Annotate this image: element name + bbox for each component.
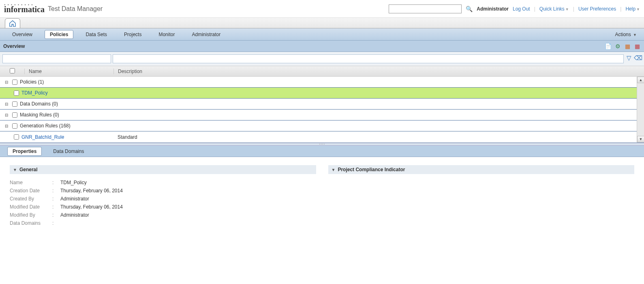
- item-checkbox[interactable]: [14, 90, 19, 96]
- col-name[interactable]: Name: [24, 69, 113, 74]
- tab-overview[interactable]: Overview: [7, 30, 37, 39]
- rule-link[interactable]: GNR_BatchId_Rule: [21, 134, 64, 140]
- collapse-icon[interactable]: ⊟: [5, 124, 10, 128]
- filter-apply-icon[interactable]: ▽: [625, 54, 633, 62]
- prop-modified-date: Modified Date: Thursday, February 06, 20…: [10, 204, 316, 210]
- group-checkbox[interactable]: [12, 101, 17, 107]
- tab-properties[interactable]: Properties: [7, 147, 42, 156]
- prop-name: Name: TDM_Policy: [10, 180, 316, 185]
- splitter[interactable]: • • • •: [0, 143, 644, 146]
- item-checkbox[interactable]: [14, 134, 19, 140]
- scroll-down-icon[interactable]: ▼: [637, 136, 644, 142]
- prop-data-domains: Data Domains:: [10, 220, 316, 226]
- policy-link[interactable]: TDM_Policy: [21, 90, 48, 96]
- logo: ● ● ● ● ● ● ● ● ● informatica: [4, 3, 48, 14]
- group-checkbox[interactable]: [12, 123, 17, 129]
- item-tdm-policy[interactable]: TDM_Policy: [0, 88, 637, 99]
- new-icon[interactable]: 📄: [604, 43, 612, 50]
- table-header: Name Description: [0, 66, 644, 77]
- workspace-tabs: [0, 18, 644, 28]
- group-masking-rules[interactable]: ⊟ Masking Rules (0): [0, 110, 637, 120]
- prop-creation-date: Creation Date: Thursday, February 06, 20…: [10, 188, 316, 194]
- select-all-checkbox[interactable]: [10, 68, 15, 73]
- col-description[interactable]: Description: [113, 69, 637, 74]
- collapse-icon[interactable]: ⊟: [5, 102, 10, 106]
- app-name: Test Data Manager: [48, 5, 103, 13]
- vertical-scrollbar[interactable]: ▲ ▼: [637, 77, 644, 142]
- generate-icon[interactable]: ▦: [633, 43, 641, 50]
- prop-modified-by: Modified By: Administrator: [10, 212, 316, 218]
- filter-desc-input[interactable]: [113, 54, 624, 63]
- group-checkbox[interactable]: [12, 112, 17, 118]
- prop-created-by: Created By: Administrator: [10, 196, 316, 202]
- chevron-down-icon: ▼: [332, 168, 336, 172]
- tab-data-sets[interactable]: Data Sets: [81, 30, 112, 39]
- collapse-icon[interactable]: ⊟: [5, 80, 10, 84]
- tab-policies[interactable]: Policies: [45, 30, 73, 39]
- mask-icon[interactable]: ▦: [624, 43, 631, 50]
- detail-body: ▼ General Name: TDM_Policy Creation Date…: [0, 157, 644, 250]
- group-checkbox[interactable]: [12, 80, 17, 85]
- panel-title: Overview: [3, 43, 25, 49]
- section-general[interactable]: ▼ General: [10, 165, 316, 174]
- chevron-down-icon: ▼: [13, 168, 17, 172]
- domains-icon[interactable]: ⚙: [614, 43, 621, 50]
- section-compliance[interactable]: ▼ Project Compliance Indicator: [328, 165, 635, 174]
- nav-tabs: Overview Policies Data Sets Projects Mon…: [0, 28, 644, 41]
- tab-projects[interactable]: Projects: [119, 30, 146, 39]
- tab-monitor[interactable]: Monitor: [154, 30, 180, 39]
- user-preferences[interactable]: User Preferences: [578, 6, 616, 12]
- home-tab[interactable]: [5, 18, 20, 28]
- scroll-up-icon[interactable]: ▲: [637, 77, 644, 83]
- actions-menu[interactable]: Actions ▼: [615, 32, 637, 37]
- collapse-icon[interactable]: ⊟: [5, 113, 10, 117]
- tab-administrator[interactable]: Administrator: [187, 30, 225, 39]
- quick-links[interactable]: Quick Links▼: [539, 6, 569, 12]
- tab-data-domains[interactable]: Data Domains: [48, 147, 89, 155]
- search-icon[interactable]: 🔍: [466, 6, 473, 12]
- item-gnr-rule[interactable]: GNR_BatchId_Rule Standard: [0, 131, 637, 142]
- logout-link[interactable]: Log Out: [513, 6, 530, 12]
- rule-desc: Standard: [118, 134, 137, 140]
- group-data-domains[interactable]: ⊟ Data Domains (0): [0, 99, 637, 110]
- home-icon: [9, 20, 16, 27]
- detail-tabs: Properties Data Domains: [0, 146, 644, 157]
- top-header: ● ● ● ● ● ● ● ● ● informatica Test Data …: [0, 0, 644, 18]
- group-generation-rules[interactable]: ⊟ Generation Rules (168): [0, 120, 637, 131]
- group-policies[interactable]: ⊟ Policies (1): [0, 77, 637, 88]
- filter-name-input[interactable]: [2, 54, 111, 63]
- help-link[interactable]: Help▼: [625, 6, 640, 12]
- overview-header: Overview 📄 ⚙ ▦ ▦: [0, 41, 644, 52]
- tree-area: ⊟ Policies (1) TDM_Policy ⊟ Data Domains…: [0, 77, 644, 143]
- search-input[interactable]: [389, 4, 462, 13]
- admin-label: Administrator: [477, 6, 509, 12]
- filter-clear-icon[interactable]: ⌫: [634, 54, 642, 62]
- filter-row: ▽ ⌫: [0, 52, 644, 66]
